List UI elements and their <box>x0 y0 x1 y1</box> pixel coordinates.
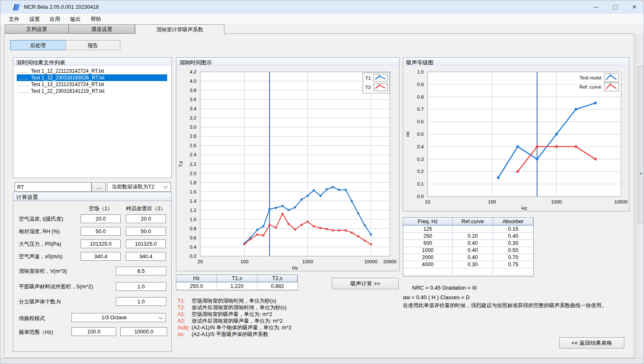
svg-text:0.2: 0.2 <box>190 254 196 259</box>
svg-text:100: 100 <box>488 199 496 204</box>
freq-max-input[interactable] <box>120 327 167 336</box>
table-cell: 0.40 <box>453 247 493 254</box>
file-name: Test 1_22_230316141219_RT.txt <box>31 88 104 94</box>
freq-range-label: 频率范围（Hz) <box>19 329 53 336</box>
svg-text:3.8: 3.8 <box>190 88 196 93</box>
file-list-item[interactable]: Test 1_12_230316183526_RT.txt <box>17 74 167 81</box>
table-header-cell: Ref.curve <box>453 218 493 226</box>
svg-text:10000: 10000 <box>614 199 628 204</box>
table-cell: 0.30 <box>493 240 533 247</box>
back-to-results-button[interactable]: << 返回结果表格 <box>559 337 624 349</box>
svg-text:0.0: 0.0 <box>417 194 424 199</box>
menu-item-2[interactable]: 设置 <box>24 14 45 24</box>
table-row: 40000.300.75 <box>403 261 533 268</box>
svg-text:0.4: 0.4 <box>190 244 197 249</box>
subtab-2[interactable]: 报告 <box>66 40 120 50</box>
tab-2[interactable]: 通道设置 <box>69 24 135 33</box>
calc-settings-header: 计算设置 <box>13 192 172 201</box>
definition-line: αs: (A2-A1)/S 平面吸声体的吸声系数 <box>178 331 292 338</box>
rt-name-input[interactable] <box>15 182 92 192</box>
menu-item-3[interactable]: 应用 <box>45 14 65 24</box>
calc-row-label: 平面吸声材料试件面积，S(m^2) <box>19 283 93 290</box>
data-read-dropdown-value: 当前数据读取为T2 <box>107 183 161 191</box>
svg-text:2.6: 2.6 <box>190 143 196 148</box>
rt-chart[interactable]: 0.20.40.60.81.01.21.41.61.82.02.22.42.62… <box>176 66 400 271</box>
calc-input[interactable] <box>81 227 121 236</box>
calc-row-label: 空气声速，v0(m/s) <box>19 253 62 260</box>
definition-term: T2: <box>178 305 190 311</box>
nrc-result: NRC = 0.45 Gradation = III <box>412 285 477 291</box>
subtab-1[interactable]: 后处理 <box>10 40 66 50</box>
calc-input[interactable] <box>126 227 166 236</box>
svg-text:1.0: 1.0 <box>190 217 196 222</box>
tab-3[interactable]: 混响室计算吸声系数 <box>135 24 224 34</box>
file-list-item[interactable]: Test 1_13_221123142724_RT.txt <box>17 81 167 88</box>
table-header-cell: Hz <box>176 275 217 283</box>
grade-table: Freq. HzRef.curveAbsorber1250.152500.200… <box>403 217 534 277</box>
table-cell <box>403 268 453 275</box>
rt-file-list[interactable]: Test 1_12_221123142724_RT.txtTest 1_12_2… <box>13 66 172 178</box>
definition-text: (A2-A1)/S 平面吸声体的吸声系数 <box>190 331 268 337</box>
menu-item-1[interactable]: 文件 <box>4 14 24 24</box>
menu-item-5[interactable]: 帮助 <box>86 14 106 24</box>
collapse-arrow-icon: < <box>638 171 644 176</box>
definition-term: A1: <box>178 311 190 317</box>
calc-input[interactable] <box>116 282 166 291</box>
calc-input[interactable] <box>126 252 166 261</box>
table-cell: 0.20 <box>453 233 493 240</box>
svg-text:3.2: 3.2 <box>190 115 196 120</box>
app-window: MCR Beta 2.05.0.001 20230418 × 文件设置应用输出帮… <box>0 0 644 364</box>
octave-mode-value: 1/3 Octave <box>72 313 156 322</box>
svg-text:1.0: 1.0 <box>417 69 424 74</box>
svg-text:4.2: 4.2 <box>190 69 196 74</box>
table-cell: 0.882 <box>257 283 298 290</box>
menubar: 文件设置应用输出帮助 <box>0 14 644 24</box>
calc-input[interactable] <box>116 267 166 275</box>
table-row <box>403 268 533 275</box>
svg-text:20: 20 <box>198 259 203 264</box>
window-title: MCR Beta 2.05.0.001 20230418 <box>24 4 99 10</box>
octave-mode-dropdown[interactable]: 1/3 Octave <box>71 313 166 322</box>
menu-item-4[interactable]: 输出 <box>65 14 86 24</box>
calc-input[interactable] <box>81 239 121 248</box>
table-cell: 1.220 <box>217 283 257 290</box>
maximize-button[interactable] <box>606 0 625 14</box>
definition-text: 放试件后混响室的吸声量，单位为: m^2 <box>190 318 283 324</box>
minimize-button[interactable] <box>586 0 606 14</box>
table-cell <box>453 226 493 233</box>
table-cell: 0.30 <box>453 261 493 268</box>
file-list-item[interactable]: Test 1_12_221123142724_RT.txt <box>17 68 167 74</box>
svg-text:2.2: 2.2 <box>190 162 196 167</box>
data-read-dropdown[interactable]: 当前数据读取为T2 <box>107 182 171 192</box>
close-button[interactable]: × <box>625 0 644 14</box>
file-list-item[interactable]: Test 1_22_230316141219_RT.txt <box>17 88 167 94</box>
calc-row-label: 相对湿度, RH (%) <box>19 228 60 235</box>
table-cell: 0.75 <box>493 261 533 268</box>
calc-input[interactable] <box>81 214 121 223</box>
calc-input[interactable] <box>116 297 166 306</box>
svg-text:1000: 1000 <box>551 199 562 204</box>
freq-min-input[interactable] <box>71 327 116 336</box>
table-cell: 0.40 <box>453 254 493 261</box>
absorption-calc-button[interactable]: 吸声计算 >> <box>332 278 399 289</box>
calc-input[interactable] <box>126 239 166 248</box>
app-logo-icon <box>13 4 20 11</box>
absorption-grade-chart[interactable]: 0.00.10.20.30.40.50.60.70.80.91.01010010… <box>403 66 629 211</box>
tree-leader-icon <box>18 79 28 79</box>
svg-text:0.3: 0.3 <box>417 157 424 162</box>
table-cell <box>493 268 533 275</box>
definition-term: T1: <box>178 298 190 304</box>
table-cell: 250.0 <box>176 283 217 290</box>
tab-1[interactable]: 文档设置 <box>5 24 69 33</box>
panel-collapse-handle[interactable]: < <box>638 66 644 223</box>
svg-text:10000: 10000 <box>364 259 377 264</box>
calc-input[interactable] <box>81 252 121 261</box>
table-cell: 0.70 <box>493 254 533 261</box>
calc-input[interactable] <box>126 214 166 223</box>
chevron-down-icon <box>157 314 165 321</box>
browse-button[interactable]: ... <box>92 182 106 192</box>
svg-text:0.6: 0.6 <box>417 119 424 124</box>
definition-term: Aobj: <box>178 325 190 331</box>
svg-text:3.4: 3.4 <box>190 106 197 111</box>
svg-text:T1: T1 <box>365 76 371 81</box>
